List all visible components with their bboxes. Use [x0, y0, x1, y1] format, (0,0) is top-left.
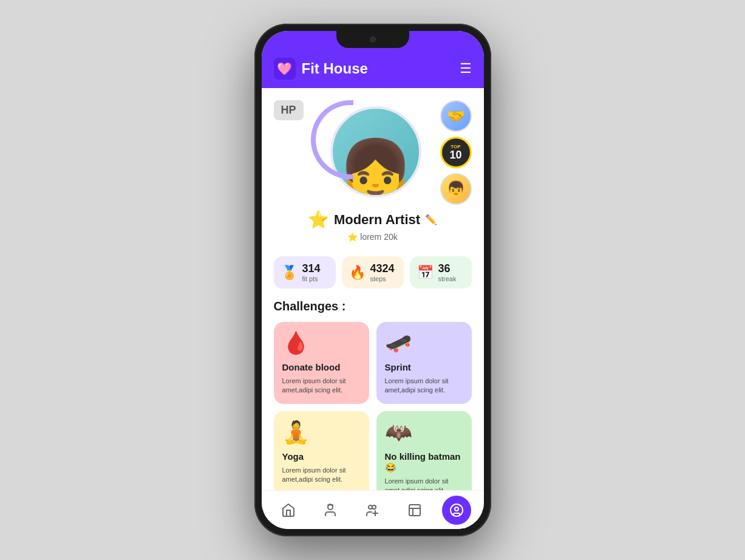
- svg-point-0: [328, 505, 333, 510]
- challenges-grid: 🩸 Donate blood Lorem ipsum dolor sit ame…: [274, 322, 472, 490]
- subtitle-star: ⭐: [347, 232, 358, 242]
- profile-name: Modern Artist: [334, 212, 420, 228]
- nav-me[interactable]: [442, 496, 471, 525]
- svg-point-2: [372, 505, 376, 509]
- bottom-nav: [262, 490, 484, 529]
- challenges-section: Challenges : 🩸 Donate blood Lorem ipsum …: [262, 297, 484, 490]
- yoga-name: Yoga: [282, 451, 361, 462]
- subtitle-text: lorem 20k: [360, 232, 397, 242]
- challenge-batman[interactable]: 🦇 No killing batman😂 Lorem ipsum dolor s…: [376, 411, 472, 490]
- hamburger-button[interactable]: ☰: [460, 61, 472, 77]
- fitpts-icon: 🏅: [281, 265, 298, 281]
- nav-profile[interactable]: [316, 496, 345, 525]
- avatar-ring: [311, 100, 353, 179]
- nav-community[interactable]: [358, 496, 387, 525]
- yoga-icon: 🧘: [282, 420, 361, 445]
- phone-notch: [336, 31, 409, 48]
- svg-rect-3: [409, 505, 420, 516]
- streak-number: 36: [438, 262, 457, 275]
- app-logo: 🩷: [274, 58, 296, 80]
- fitpts-values: 314 fit pts: [302, 262, 321, 282]
- streak-icon: 📅: [417, 265, 434, 281]
- phone-screen: 🩷 Fit House ☰ HP 🤝 TOP 10 👦: [262, 31, 484, 529]
- community-icon: [365, 503, 379, 517]
- main-content: HP 🤝 TOP 10 👦 👧 ⭐: [262, 88, 484, 490]
- sprint-desc: Lorem ipsum dolor sit amet,adipi scing e…: [385, 377, 463, 395]
- hp-badge: HP: [274, 100, 304, 120]
- sprint-name: Sprint: [385, 362, 463, 373]
- profile-name-row: ⭐ Modern Artist ✏️: [308, 210, 437, 230]
- feed-icon: [407, 503, 422, 517]
- svg-point-7: [455, 507, 458, 511]
- nav-home[interactable]: [274, 496, 303, 525]
- donate-blood-name: Donate blood: [282, 362, 361, 373]
- steps-label: steps: [370, 275, 395, 282]
- avatar-container: 👧: [324, 106, 421, 203]
- profile-icon: [323, 503, 338, 517]
- phone-frame: 🩷 Fit House ☰ HP 🤝 TOP 10 👦: [254, 24, 491, 536]
- stats-row: 🏅 314 fit pts 🔥 4324 steps 📅: [262, 248, 484, 297]
- badges-right: 🤝 TOP 10 👦: [440, 100, 472, 205]
- app-title: Fit House: [302, 60, 368, 77]
- stat-steps[interactable]: 🔥 4324 steps: [342, 256, 404, 289]
- friend-badge: 👦: [440, 173, 472, 205]
- edit-name-button[interactable]: ✏️: [425, 214, 437, 225]
- fitpts-label: fit pts: [302, 275, 321, 282]
- logo-emoji: 🩷: [277, 61, 292, 76]
- stat-streak[interactable]: 📅 36 streak: [410, 256, 472, 289]
- fitpts-number: 314: [302, 262, 321, 275]
- stat-fitpts[interactable]: 🏅 314 fit pts: [274, 256, 336, 289]
- sprint-icon: 🛹: [385, 330, 463, 356]
- yoga-desc: Lorem ipsum dolor sit amet,adipi scing e…: [282, 466, 361, 485]
- profile-star-icon: ⭐: [308, 210, 329, 230]
- home-icon: [281, 503, 296, 517]
- streak-label: streak: [438, 275, 457, 282]
- me-icon: [449, 503, 464, 517]
- challenge-donate-blood[interactable]: 🩸 Donate blood Lorem ipsum dolor sit ame…: [274, 322, 369, 404]
- challenge-yoga[interactable]: 🧘 Yoga Lorem ipsum dolor sit amet,adipi …: [274, 411, 369, 490]
- donate-blood-icon: 🩸: [282, 330, 361, 356]
- batman-desc: Lorem ipsum dolor sit amet,adipi scing e…: [385, 477, 463, 490]
- steps-values: 4324 steps: [370, 262, 395, 282]
- header-left: 🩷 Fit House: [274, 58, 368, 80]
- batman-icon: 🦇: [385, 420, 463, 445]
- donate-blood-desc: Lorem ipsum dolor sit amet,adipi scing e…: [282, 377, 361, 395]
- steps-number: 4324: [370, 262, 395, 275]
- nav-feed[interactable]: [400, 496, 429, 525]
- challenge-sprint[interactable]: 🛹 Sprint Lorem ipsum dolor sit amet,adip…: [376, 322, 472, 404]
- ten-text: 10: [449, 149, 461, 160]
- challenges-title: Challenges :: [274, 299, 472, 313]
- friends-badge: 🤝: [440, 100, 472, 132]
- top10-badge: TOP 10: [440, 137, 472, 168]
- streak-values: 36 streak: [438, 262, 457, 282]
- steps-icon: 🔥: [349, 265, 366, 281]
- profile-section: HP 🤝 TOP 10 👦 👧 ⭐: [262, 88, 484, 248]
- camera: [370, 36, 376, 43]
- profile-subtitle: ⭐ lorem 20k: [347, 232, 397, 242]
- batman-name: No killing batman😂: [385, 451, 463, 473]
